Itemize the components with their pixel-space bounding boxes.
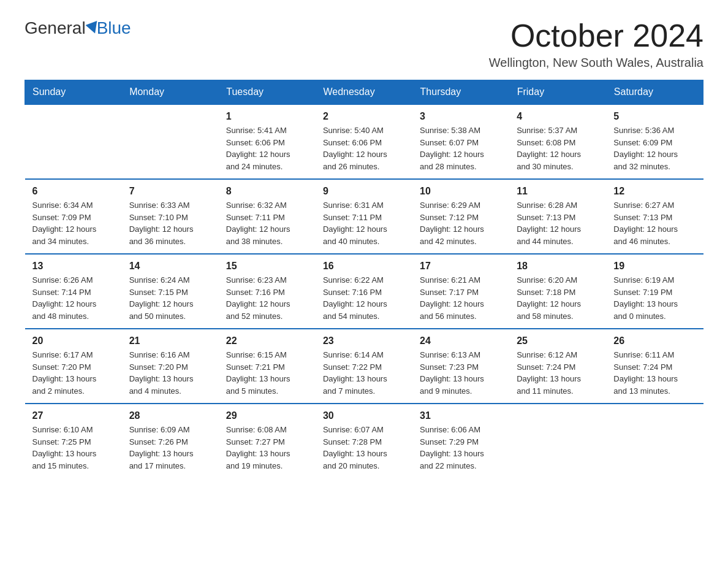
- day-number: 26: [613, 335, 696, 347]
- day-info: Sunrise: 6:19 AM Sunset: 7:19 PM Dayligh…: [613, 274, 696, 322]
- day-info: Sunrise: 6:12 AM Sunset: 7:24 PM Dayligh…: [517, 349, 599, 397]
- header-tuesday: Tuesday: [219, 80, 316, 105]
- day-info: Sunrise: 6:23 AM Sunset: 7:16 PM Dayligh…: [226, 274, 308, 322]
- day-number: 1: [226, 111, 308, 122]
- header-wednesday: Wednesday: [316, 80, 412, 105]
- calendar-cell: 10Sunrise: 6:29 AM Sunset: 7:12 PM Dayli…: [412, 179, 509, 254]
- day-info: Sunrise: 6:28 AM Sunset: 7:13 PM Dayligh…: [517, 199, 599, 247]
- day-info: Sunrise: 6:11 AM Sunset: 7:24 PM Dayligh…: [613, 349, 696, 397]
- calendar-cell: 9Sunrise: 6:31 AM Sunset: 7:11 PM Daylig…: [316, 179, 412, 254]
- day-info: Sunrise: 6:09 AM Sunset: 7:26 PM Dayligh…: [129, 424, 211, 472]
- calendar-week-3: 13Sunrise: 6:26 AM Sunset: 7:14 PM Dayli…: [25, 254, 703, 329]
- day-number: 17: [420, 261, 502, 272]
- header-friday: Friday: [509, 80, 606, 105]
- day-info: Sunrise: 6:08 AM Sunset: 7:27 PM Dayligh…: [226, 424, 308, 472]
- calendar-week-1: 1Sunrise: 5:41 AM Sunset: 6:06 PM Daylig…: [25, 104, 703, 179]
- day-info: Sunrise: 5:41 AM Sunset: 6:06 PM Dayligh…: [226, 124, 308, 172]
- calendar-cell: 14Sunrise: 6:24 AM Sunset: 7:15 PM Dayli…: [122, 254, 219, 329]
- day-info: Sunrise: 6:14 AM Sunset: 7:22 PM Dayligh…: [323, 349, 405, 397]
- calendar-cell: 27Sunrise: 6:10 AM Sunset: 7:25 PM Dayli…: [25, 404, 122, 478]
- calendar-cell: 7Sunrise: 6:33 AM Sunset: 7:10 PM Daylig…: [122, 179, 219, 254]
- calendar-cell: [122, 104, 219, 179]
- day-info: Sunrise: 6:27 AM Sunset: 7:13 PM Dayligh…: [613, 199, 696, 247]
- calendar-cell: 28Sunrise: 6:09 AM Sunset: 7:26 PM Dayli…: [122, 404, 219, 478]
- header-sunday: Sunday: [25, 80, 122, 105]
- day-number: 29: [226, 410, 308, 421]
- day-info: Sunrise: 5:37 AM Sunset: 6:08 PM Dayligh…: [517, 124, 599, 172]
- day-info: Sunrise: 5:36 AM Sunset: 6:09 PM Dayligh…: [613, 124, 696, 172]
- logo-general: General: [25, 18, 86, 38]
- day-info: Sunrise: 6:17 AM Sunset: 7:20 PM Dayligh…: [32, 349, 115, 397]
- calendar-cell: 22Sunrise: 6:15 AM Sunset: 7:21 PM Dayli…: [219, 329, 316, 404]
- calendar-cell: 11Sunrise: 6:28 AM Sunset: 7:13 PM Dayli…: [509, 179, 606, 254]
- calendar-cell: 6Sunrise: 6:34 AM Sunset: 7:09 PM Daylig…: [25, 179, 122, 254]
- day-number: 12: [613, 186, 696, 197]
- calendar-cell: 24Sunrise: 6:13 AM Sunset: 7:23 PM Dayli…: [412, 329, 509, 404]
- day-number: 16: [323, 261, 405, 272]
- day-info: Sunrise: 6:06 AM Sunset: 7:29 PM Dayligh…: [420, 424, 502, 472]
- day-number: 19: [613, 261, 696, 272]
- calendar-cell: 25Sunrise: 6:12 AM Sunset: 7:24 PM Dayli…: [509, 329, 606, 404]
- calendar-cell: 26Sunrise: 6:11 AM Sunset: 7:24 PM Dayli…: [606, 329, 703, 404]
- day-number: 5: [613, 111, 696, 122]
- title-area: October 2024 Wellington, New South Wales…: [489, 18, 703, 70]
- calendar-week-4: 20Sunrise: 6:17 AM Sunset: 7:20 PM Dayli…: [25, 329, 703, 404]
- day-number: 22: [226, 335, 308, 347]
- day-info: Sunrise: 5:40 AM Sunset: 6:06 PM Dayligh…: [323, 124, 405, 172]
- day-info: Sunrise: 6:16 AM Sunset: 7:20 PM Dayligh…: [129, 349, 211, 397]
- calendar-table: SundayMondayTuesdayWednesdayThursdayFrid…: [25, 80, 703, 478]
- header-thursday: Thursday: [412, 80, 509, 105]
- calendar-cell: 23Sunrise: 6:14 AM Sunset: 7:22 PM Dayli…: [316, 329, 412, 404]
- calendar-week-2: 6Sunrise: 6:34 AM Sunset: 7:09 PM Daylig…: [25, 179, 703, 254]
- header-monday: Monday: [122, 80, 219, 105]
- calendar-cell: 12Sunrise: 6:27 AM Sunset: 7:13 PM Dayli…: [606, 179, 703, 254]
- day-info: Sunrise: 6:07 AM Sunset: 7:28 PM Dayligh…: [323, 424, 405, 472]
- calendar-cell: 3Sunrise: 5:38 AM Sunset: 6:07 PM Daylig…: [412, 104, 509, 179]
- day-number: 24: [420, 335, 502, 347]
- logo-blue: Blue: [97, 18, 131, 38]
- logo: General Blue: [25, 18, 131, 38]
- day-number: 28: [129, 410, 211, 421]
- day-number: 27: [32, 410, 115, 421]
- calendar-body: 1Sunrise: 5:41 AM Sunset: 6:06 PM Daylig…: [25, 104, 703, 478]
- header-saturday: Saturday: [606, 80, 703, 105]
- day-number: 23: [323, 335, 405, 347]
- day-number: 11: [517, 186, 599, 197]
- day-info: Sunrise: 6:26 AM Sunset: 7:14 PM Dayligh…: [32, 274, 115, 322]
- day-info: Sunrise: 6:15 AM Sunset: 7:21 PM Dayligh…: [226, 349, 308, 397]
- day-info: Sunrise: 6:20 AM Sunset: 7:18 PM Dayligh…: [517, 274, 599, 322]
- calendar-week-5: 27Sunrise: 6:10 AM Sunset: 7:25 PM Dayli…: [25, 404, 703, 478]
- day-number: 6: [32, 186, 115, 197]
- calendar-cell: 15Sunrise: 6:23 AM Sunset: 7:16 PM Dayli…: [219, 254, 316, 329]
- day-info: Sunrise: 6:31 AM Sunset: 7:11 PM Dayligh…: [323, 199, 405, 247]
- day-number: 8: [226, 186, 308, 197]
- day-info: Sunrise: 6:34 AM Sunset: 7:09 PM Dayligh…: [32, 199, 115, 247]
- day-number: 20: [32, 335, 115, 347]
- day-number: 31: [420, 410, 502, 421]
- calendar-cell: 21Sunrise: 6:16 AM Sunset: 7:20 PM Dayli…: [122, 329, 219, 404]
- day-info: Sunrise: 5:38 AM Sunset: 6:07 PM Dayligh…: [420, 124, 502, 172]
- day-info: Sunrise: 6:33 AM Sunset: 7:10 PM Dayligh…: [129, 199, 211, 247]
- calendar-cell: 1Sunrise: 5:41 AM Sunset: 6:06 PM Daylig…: [219, 104, 316, 179]
- calendar-header-row: SundayMondayTuesdayWednesdayThursdayFrid…: [25, 80, 703, 105]
- day-number: 13: [32, 261, 115, 272]
- day-info: Sunrise: 6:22 AM Sunset: 7:16 PM Dayligh…: [323, 274, 405, 322]
- calendar-cell: 5Sunrise: 5:36 AM Sunset: 6:09 PM Daylig…: [606, 104, 703, 179]
- calendar-cell: 17Sunrise: 6:21 AM Sunset: 7:17 PM Dayli…: [412, 254, 509, 329]
- day-number: 15: [226, 261, 308, 272]
- calendar-header: SundayMondayTuesdayWednesdayThursdayFrid…: [25, 80, 703, 105]
- day-info: Sunrise: 6:32 AM Sunset: 7:11 PM Dayligh…: [226, 199, 308, 247]
- calendar-cell: 20Sunrise: 6:17 AM Sunset: 7:20 PM Dayli…: [25, 329, 122, 404]
- day-info: Sunrise: 6:10 AM Sunset: 7:25 PM Dayligh…: [32, 424, 115, 472]
- logo-text: General Blue: [25, 18, 131, 38]
- page-header: General Blue October 2024 Wellington, Ne…: [25, 18, 703, 70]
- calendar-cell: [509, 404, 606, 478]
- calendar-cell: [606, 404, 703, 478]
- calendar-cell: 13Sunrise: 6:26 AM Sunset: 7:14 PM Dayli…: [25, 254, 122, 329]
- day-info: Sunrise: 6:21 AM Sunset: 7:17 PM Dayligh…: [420, 274, 502, 322]
- day-info: Sunrise: 6:13 AM Sunset: 7:23 PM Dayligh…: [420, 349, 502, 397]
- calendar-cell: 19Sunrise: 6:19 AM Sunset: 7:19 PM Dayli…: [606, 254, 703, 329]
- day-number: 3: [420, 111, 502, 122]
- calendar-cell: 8Sunrise: 6:32 AM Sunset: 7:11 PM Daylig…: [219, 179, 316, 254]
- day-number: 14: [129, 261, 211, 272]
